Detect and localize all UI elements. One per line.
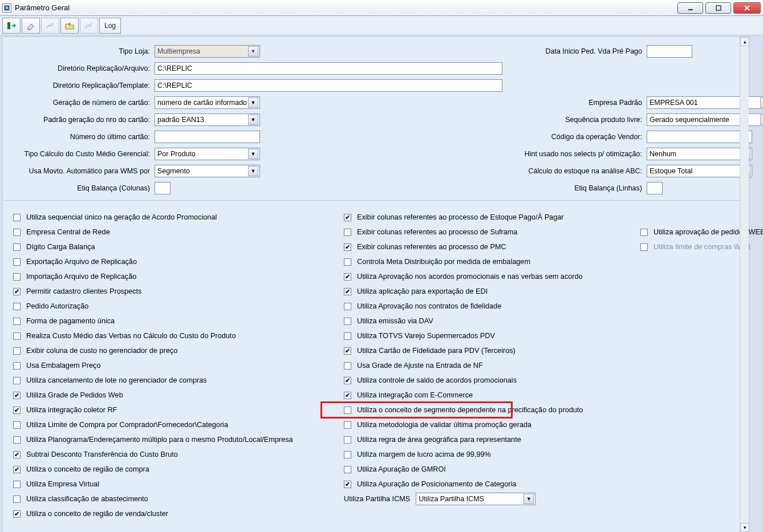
checkbox[interactable] [13,347,21,355]
checkbox[interactable] [344,377,351,384]
checkbox[interactable] [13,481,21,488]
checkbox-row: Utiliza o conceito de região de compra [13,462,310,477]
checkbox[interactable] [13,332,21,340]
checkbox[interactable] [13,377,21,384]
checkbox[interactable] [344,362,351,369]
tool-3-button[interactable] [41,18,59,34]
close-button[interactable] [733,2,761,14]
checkbox[interactable] [344,318,351,325]
cod-op-vendor-input[interactable] [647,131,752,143]
checkbox[interactable] [344,407,351,414]
checkbox[interactable] [13,258,21,266]
checkbox[interactable] [640,229,648,236]
checkbox[interactable] [344,243,351,251]
checkbox[interactable] [13,407,21,414]
padrao-ger-nro-select[interactable]: padrão EAN13▼ [155,113,260,126]
checkbox-row: Utiliza metodologia de validar última pr… [344,417,606,432]
checkbox-row: Utiliza Aprovação nos acordos promociona… [344,269,606,284]
tipo-calc-custo-select[interactable]: Por Produto▼ [155,148,260,160]
data-inicio-input[interactable] [647,45,692,58]
checkbox[interactable] [344,436,351,444]
checkbox[interactable] [13,466,21,473]
checkbox[interactable] [13,362,21,369]
checkbox[interactable] [13,288,21,295]
checkbox[interactable] [13,243,21,251]
chevron-down-icon: ▼ [248,149,258,159]
checkbox[interactable] [13,421,21,429]
checkbox-label: Utiliza cancelamento de lote no gerencia… [26,376,207,384]
checkbox[interactable] [13,496,21,503]
checkbox-label: Utiliza sequencial único na geração de A… [26,213,217,221]
checkbox-label: Exibir colunas referentes ao processo de… [357,213,564,221]
checkbox-row: Utiliza controle de saldo de acordos pro… [344,373,606,388]
empresa-padrao-label: Empresa Padrão [514,99,647,107]
checkbox-row: Utiliza margem de lucro acima de 99,99% [344,447,606,462]
checkbox-row: Exportação Arquivo de Replicação [13,254,310,269]
ger-num-cartao-select[interactable]: número de cartão informado▼ [155,96,260,109]
log-button[interactable]: Log [99,18,121,34]
checkbox-row: Realiza Custo Médio das Verbas no Cálcul… [13,328,310,343]
tipo-loja-label: Tipo Loja: [9,47,155,55]
num-ultimo-cartao-input[interactable] [155,131,260,143]
tool-5-button[interactable] [80,18,98,34]
vertical-scrollbar[interactable]: ▴ ▾ [740,37,749,532]
checkbox-label: Utiliza Empresa Virtual [26,480,99,488]
usa-movto-select[interactable]: Segmento▼ [155,165,260,177]
checkbox-label: Exibir coluna de custo no gerenciador de… [26,347,177,355]
checkbox-row: Exibir colunas referentes ao processo de… [344,210,606,225]
checkbox[interactable] [344,214,351,221]
minimize-button[interactable] [677,2,703,14]
tipo-loja-select[interactable]: Multiempresa▼ [155,45,260,58]
ger-num-cartao-label: Geração de número de cartão: [9,99,155,107]
exit-button[interactable] [2,18,21,34]
checkbox-row: Utiliza integração coletor RF [13,403,310,417]
dir-repl-arq-label: Diretório Replicação/Arquivo: [9,64,155,72]
checkbox[interactable] [13,436,21,444]
scroll-up-arrow-icon[interactable]: ▴ [740,37,749,46]
hint-selects-select[interactable]: Nenhum▼ [647,148,752,160]
checkbox-row: Exibir coluna de custo no gerenciador de… [13,343,310,358]
checkbox[interactable] [13,510,21,518]
checkbox[interactable] [344,229,351,236]
checkbox[interactable] [344,332,351,340]
checkbox-row: Utiliza aplicação para exportação de EDI [344,284,606,299]
dir-repl-tpl-input[interactable] [155,79,502,92]
checkbox-label: Utiliza controle de saldo de acordos pro… [357,376,517,384]
dir-repl-arq-input[interactable] [155,62,502,75]
checkbox[interactable] [344,451,351,458]
checkbox[interactable] [13,303,21,310]
usa-movto-label: Usa Movto. Automático para WMS por [9,167,155,175]
checkbox-label: Utiliza Limite de Compra por Comprador\F… [26,421,228,429]
checkbox-row: Utiliza Planograma/Endereçamento múltipl… [13,432,310,447]
checkbox-row: Utiliza Limite de Compra por Comprador\F… [13,417,310,432]
checkbox-row: Utiliza TOTVS Varejo Supermercados PDV [344,328,606,343]
checkbox[interactable] [344,258,351,266]
num-ultimo-cartao-label: Número do último cartão: [9,133,155,141]
checkbox[interactable] [13,214,21,221]
checkbox[interactable] [344,466,351,473]
etiq-linhas-label: Etiq Balança (Linhas) [514,184,647,192]
checkbox[interactable] [13,451,21,458]
checkbox[interactable] [344,347,351,355]
checkbox[interactable] [344,303,351,310]
partilha-select[interactable]: Utiliza Partilha ICMS▼ [416,493,535,505]
checkbox[interactable] [344,273,351,281]
chevron-down-icon: ▼ [248,166,258,176]
data-inicio-label: Data Inicio Ped. Vda Pré Pago [514,47,647,55]
checkbox[interactable] [13,273,21,281]
calc-estoque-abc-select[interactable]: Estoque Total▼ [647,165,752,177]
checkbox[interactable] [13,392,21,399]
checkbox[interactable] [344,421,351,429]
scroll-down-arrow-icon[interactable]: ▾ [740,523,749,532]
checkbox[interactable] [344,481,351,488]
checkbox-label: Utiliza limite de compras WEB [654,243,750,251]
etiq-colunas-input[interactable] [155,182,171,194]
maximize-button[interactable] [705,2,731,14]
erase-button[interactable] [22,18,40,34]
checkbox[interactable] [13,318,21,325]
checkbox[interactable] [344,392,351,399]
folder-button[interactable] [60,18,79,34]
etiq-linhas-input[interactable] [647,182,663,194]
checkbox[interactable] [13,229,21,236]
checkbox[interactable] [344,288,351,295]
